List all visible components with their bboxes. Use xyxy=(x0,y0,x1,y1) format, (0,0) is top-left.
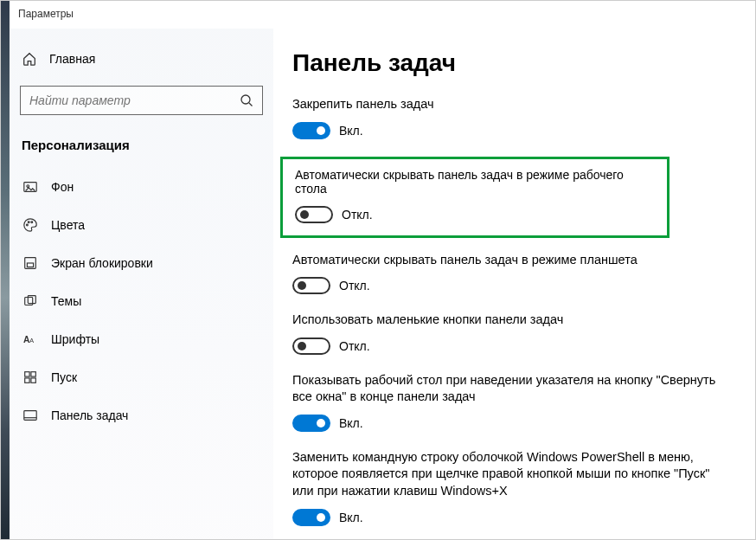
setting-label: Автоматически скрывать панель задач в ре… xyxy=(292,252,733,269)
search-box[interactable] xyxy=(20,86,263,115)
picture-icon xyxy=(22,178,39,196)
palette-icon xyxy=(22,216,39,234)
toggle-state: Откл. xyxy=(339,339,370,353)
sidebar-item-label: Пуск xyxy=(51,370,77,384)
start-icon xyxy=(22,369,39,386)
setting-label: Использовать маленькие кнопки панели зад… xyxy=(292,312,733,329)
toggle-small-buttons[interactable] xyxy=(292,338,330,355)
svg-point-0 xyxy=(241,95,250,104)
sidebar-item-label: Темы xyxy=(51,294,81,308)
toggle-state: Вкл. xyxy=(339,416,363,430)
page-title: Панель задач xyxy=(292,49,733,77)
sidebar-item-fonts[interactable]: AA Шрифты xyxy=(13,320,270,358)
setting-powershell: Заменить командную строку оболочкой Wind… xyxy=(292,449,733,526)
sidebar-item-themes[interactable]: Темы xyxy=(13,282,270,320)
svg-rect-13 xyxy=(31,372,35,376)
fonts-icon: AA xyxy=(22,331,39,348)
taskbar-icon xyxy=(22,407,39,424)
toggle-state: Откл. xyxy=(339,279,370,292)
sidebar-item-lockscreen[interactable]: Экран блокировки xyxy=(13,244,270,282)
sidebar-item-label: Экран блокировки xyxy=(51,256,153,270)
svg-rect-15 xyxy=(31,378,35,382)
sidebar-item-label: Фон xyxy=(51,180,74,194)
sidebar-item-background[interactable]: Фон xyxy=(13,168,270,206)
home-link[interactable]: Главная xyxy=(13,44,270,74)
toggle-autohide-tablet[interactable] xyxy=(292,277,330,294)
category-title: Персонализация xyxy=(13,131,270,168)
setting-label: Закрепить панель задач xyxy=(292,96,733,113)
lockscreen-icon xyxy=(22,254,39,272)
svg-point-3 xyxy=(27,224,29,226)
sidebar-item-taskbar[interactable]: Панель задач xyxy=(13,396,270,434)
sidebar-item-colors[interactable]: Цвета xyxy=(13,206,270,244)
svg-rect-7 xyxy=(27,263,33,267)
toggle-powershell[interactable] xyxy=(292,509,330,526)
toggle-state: Вкл. xyxy=(339,124,363,138)
sidebar-item-label: Панель задач xyxy=(51,408,128,422)
toggle-peek-desktop[interactable] xyxy=(292,415,330,432)
setting-label: Показывать рабочий стол при наведении ук… xyxy=(292,372,733,406)
toggle-autohide-desktop[interactable] xyxy=(295,206,333,223)
sidebar: Главная Персонализация Фон xyxy=(10,29,273,540)
svg-point-4 xyxy=(28,222,29,223)
setting-small-buttons: Использовать маленькие кнопки панели зад… xyxy=(292,312,733,355)
svg-rect-16 xyxy=(24,411,36,421)
setting-lock-taskbar: Закрепить панель задач Вкл. xyxy=(292,96,733,139)
svg-rect-12 xyxy=(25,372,29,376)
toggle-state: Откл. xyxy=(342,208,373,222)
setting-label: Заменить командную строку оболочкой Wind… xyxy=(292,449,733,500)
home-icon xyxy=(22,51,37,67)
setting-label: Автоматически скрывать панель задач в ре… xyxy=(295,168,655,196)
toggle-state: Вкл. xyxy=(339,511,363,524)
svg-text:A: A xyxy=(29,337,34,344)
home-label: Главная xyxy=(49,52,95,66)
search-input[interactable] xyxy=(29,93,240,107)
setting-peek-desktop: Показывать рабочий стол при наведении ук… xyxy=(292,372,733,432)
svg-rect-14 xyxy=(25,378,29,382)
desktop-edge xyxy=(1,1,10,540)
svg-point-2 xyxy=(27,185,29,188)
highlighted-setting: Автоматически скрывать панель задач в ре… xyxy=(280,157,670,238)
search-icon xyxy=(240,93,253,107)
setting-autohide-tablet: Автоматически скрывать панель задач в ре… xyxy=(292,252,733,295)
content-pane: Панель задач Закрепить панель задач Вкл.… xyxy=(273,29,756,540)
sidebar-item-label: Шрифты xyxy=(51,332,99,346)
toggle-lock-taskbar[interactable] xyxy=(292,122,330,139)
themes-icon xyxy=(22,292,39,310)
sidebar-item-label: Цвета xyxy=(51,218,85,232)
svg-point-5 xyxy=(31,222,33,223)
window-body: Главная Персонализация Фон xyxy=(10,29,756,540)
settings-window: Параметры Главная Персонализация xyxy=(10,1,756,540)
sidebar-item-start[interactable]: Пуск xyxy=(13,358,270,396)
window-title: Параметры xyxy=(10,1,756,29)
